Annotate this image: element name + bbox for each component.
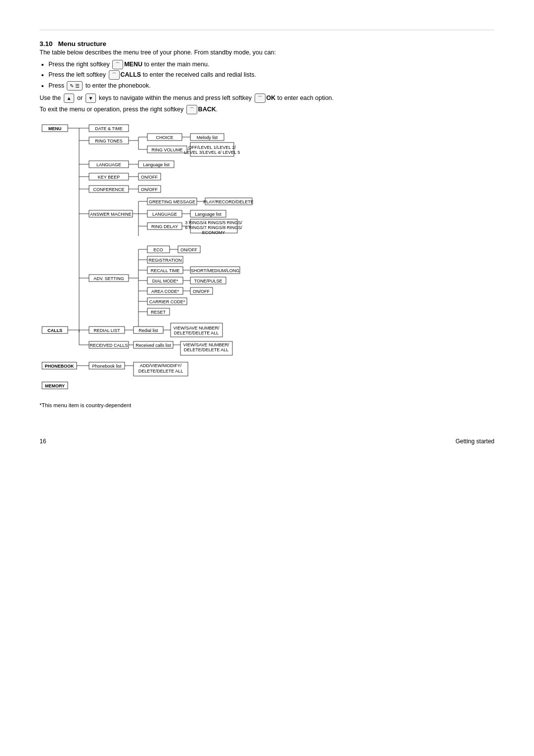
intro-text: The table below describes the menu tree …	[40, 47, 494, 57]
svg-text:TONE/PULSE: TONE/PULSE	[194, 279, 222, 284]
nav-down-icon: ▼	[86, 94, 96, 103]
svg-text:RING VOLUME: RING VOLUME	[151, 147, 182, 152]
svg-text:ANSWER MACHINE: ANSWER MACHINE	[90, 212, 132, 217]
section-title-text: Menu structure	[54, 40, 106, 47]
svg-text:DIAL MODE*: DIAL MODE*	[152, 279, 178, 284]
svg-text:RECEIVED CALLS: RECEIVED CALLS	[89, 343, 128, 348]
svg-text:GREETING MESSAGE: GREETING MESSAGE	[149, 199, 195, 204]
svg-text:CHOICE: CHOICE	[156, 135, 173, 140]
svg-text:ADV. SETTING: ADV. SETTING	[93, 276, 124, 281]
svg-text:CALLS: CALLS	[47, 328, 62, 333]
svg-text:Redial list: Redial list	[138, 328, 158, 333]
svg-text:MENU: MENU	[48, 126, 62, 131]
svg-text:RESET: RESET	[151, 310, 166, 315]
svg-text:DELETE/DELETE ALL: DELETE/DELETE ALL	[138, 369, 183, 374]
svg-text:ON/OFF: ON/OFF	[141, 187, 158, 192]
svg-text:6 RINGS/7 RINGS/8 RINGS/: 6 RINGS/7 RINGS/8 RINGS/	[185, 225, 242, 230]
svg-text:REDIAL LIST: REDIAL LIST	[93, 328, 120, 333]
svg-text:VIEW/SAVE NUMBER/: VIEW/SAVE NUMBER/	[174, 326, 220, 331]
svg-text:REGISTRATION: REGISTRATION	[149, 258, 182, 263]
svg-text:ECONOMY: ECONOMY	[202, 230, 225, 235]
svg-text:Melody list: Melody list	[197, 135, 218, 140]
svg-text:PHONEBOOK: PHONEBOOK	[44, 364, 74, 369]
svg-text:PLAY/RECORD/DELETE: PLAY/RECORD/DELETE	[203, 199, 253, 204]
svg-text:Phonebook list: Phonebook list	[92, 364, 122, 369]
svg-text:ON/OFF: ON/OFF	[193, 289, 210, 294]
svg-text:Language list: Language list	[195, 212, 222, 217]
page-label: Getting started	[455, 438, 494, 445]
svg-text:LEVEL 3/LEVEL 4/ LEVEL 5: LEVEL 3/LEVEL 4/ LEVEL 5	[184, 150, 240, 155]
menu-tree-svg: .box { fill: white; stroke: #000; stroke…	[40, 120, 494, 397]
svg-text:ON/OFF: ON/OFF	[141, 175, 158, 180]
softkey-icon: ⌒	[112, 60, 123, 69]
svg-text:RING DELAY: RING DELAY	[151, 224, 178, 229]
extra-text-2: To exit the menu or operation, press the…	[40, 104, 494, 115]
svg-text:MEMORY: MEMORY	[45, 383, 65, 388]
footnote: *This menu item is country-dependent	[40, 402, 494, 408]
svg-text:KEY BEEP: KEY BEEP	[98, 175, 120, 180]
svg-text:DELETE/DELETE ALL: DELETE/DELETE ALL	[184, 347, 229, 352]
ok-softkey-icon: ⌒	[255, 94, 266, 103]
svg-text:DELETE/DELETE ALL: DELETE/DELETE ALL	[174, 331, 219, 335]
extra-text-1: Use the ▲ or ▼ keys to navigate within t…	[40, 93, 494, 103]
svg-text:CARRIER CODE*: CARRIER CODE*	[149, 299, 185, 304]
softkey-icon-2: ⌒	[109, 70, 120, 80]
phonebook-icon: ✎ ☰	[67, 81, 83, 91]
svg-text:OFF/LEVEL 1/LEVEL 2/: OFF/LEVEL 1/LEVEL 2/	[188, 145, 236, 150]
bullet-item-3: Press ✎ ☰ to enter the phonebook.	[48, 81, 494, 91]
svg-text:CONFERENCE: CONFERENCE	[93, 187, 124, 192]
svg-text:RECALL TIME: RECALL TIME	[151, 268, 180, 273]
bullet-item-1: Press the right softkey ⌒MENU to enter t…	[48, 59, 494, 70]
svg-text:ADD/VIEW/MODIFY/: ADD/VIEW/MODIFY/	[140, 363, 182, 368]
svg-text:ECO: ECO	[153, 247, 163, 252]
back-softkey-icon: ⌒	[186, 105, 197, 114]
svg-text:ON/OFF: ON/OFF	[180, 247, 197, 252]
svg-text:VIEW/SAVE NUMBER/: VIEW/SAVE NUMBER/	[183, 342, 229, 347]
page-number: 16	[40, 438, 46, 445]
page-footer: 16 Getting started	[40, 438, 494, 445]
menu-tree-diagram: .box { fill: white; stroke: #000; stroke…	[40, 120, 494, 398]
bullet-item-2: Press the left softkey ⌒CALLS to enter t…	[48, 70, 494, 80]
svg-text:LANGUAGE: LANGUAGE	[152, 212, 177, 217]
nav-up-icon: ▲	[64, 94, 75, 103]
section-header: 3.10 Menu structure	[40, 40, 494, 47]
svg-text:LANGUAGE: LANGUAGE	[96, 162, 121, 167]
svg-text:AREA CODE*: AREA CODE*	[151, 289, 179, 294]
svg-text:SHORT/MEDIUM/LONG: SHORT/MEDIUM/LONG	[191, 268, 239, 273]
svg-text:Received calls list: Received calls list	[135, 343, 171, 348]
bullet-list: Press the right softkey ⌒MENU to enter t…	[48, 59, 494, 91]
svg-text:RING TONES: RING TONES	[95, 139, 123, 143]
section-title: 3.10	[40, 40, 52, 47]
svg-text:3 RINGS/4 RINGS/5 RINGS/: 3 RINGS/4 RINGS/5 RINGS/	[185, 220, 242, 225]
svg-text:Language list: Language list	[143, 162, 170, 167]
svg-text:DATE & TIME: DATE & TIME	[95, 126, 123, 131]
